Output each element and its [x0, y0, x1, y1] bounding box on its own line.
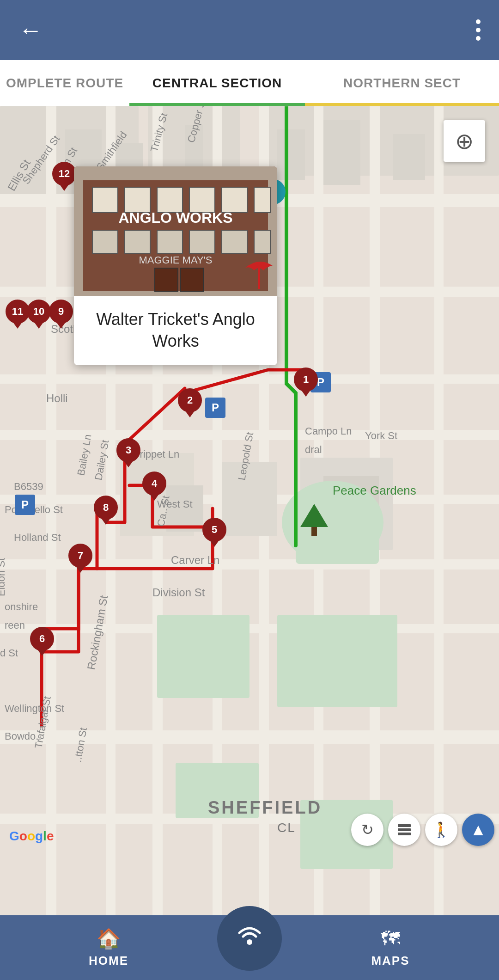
svg-text:reen: reen	[5, 619, 25, 631]
svg-rect-79	[157, 187, 183, 213]
svg-rect-34	[157, 615, 250, 698]
map-marker-11[interactable]: 11	[6, 300, 30, 324]
marker-circle-8: 8	[94, 496, 118, 520]
map-marker-5[interactable]: 5	[202, 518, 226, 542]
location-button[interactable]: ⊕	[444, 120, 485, 162]
home-label: HOME	[89, 954, 128, 968]
marker-circle-12: 12	[52, 162, 76, 186]
svg-rect-26	[393, 134, 425, 180]
svg-text:Holland St: Holland St	[14, 532, 61, 543]
map-marker-9[interactable]: 9	[49, 300, 73, 324]
svg-text:d St: d St	[0, 647, 18, 659]
tab-central-section[interactable]: CENTRAL SECTION	[129, 60, 305, 106]
back-button[interactable]: ←	[18, 18, 43, 42]
marker-circle-6: 6	[30, 627, 54, 651]
marker-circle-3: 3	[116, 438, 140, 462]
svg-rect-29	[222, 462, 277, 536]
svg-rect-95	[398, 828, 411, 831]
maps-icon: 🗺	[381, 928, 400, 950]
walk-button[interactable]: 🚶	[425, 814, 457, 846]
popup-title: Walter Tricket's Anglo Works	[74, 296, 277, 365]
map-marker-7[interactable]: 7	[68, 544, 92, 568]
svg-text:Division St: Division St	[152, 586, 205, 599]
map-marker-12[interactable]: 12	[52, 162, 76, 186]
svg-text:dral: dral	[305, 444, 322, 455]
svg-rect-88	[222, 230, 247, 253]
svg-rect-78	[125, 187, 150, 213]
map-area[interactable]: Ellis St Shepherd St Allen St Smithfield…	[0, 106, 499, 915]
svg-text:Holli: Holli	[46, 392, 68, 404]
svg-rect-93	[258, 266, 260, 289]
svg-text:Bowdo..: Bowdo..	[5, 730, 42, 742]
popup-image: ANGLO WORKS MAGGIE MAY'S	[74, 166, 277, 296]
svg-rect-86	[157, 230, 183, 253]
popup-card[interactable]: ANGLO WORKS MAGGIE MAY'S Walter Tricket'…	[74, 166, 277, 365]
map-marker-10[interactable]: 10	[27, 300, 51, 324]
more-options-button[interactable]	[476, 19, 481, 41]
map-marker-6[interactable]: 6	[30, 627, 54, 651]
peace-gardens-marker[interactable]	[300, 504, 328, 536]
bottom-nav: 🏠 HOME 🗺 MAPS	[0, 915, 499, 980]
svg-text:Campo Ln: Campo Ln	[305, 425, 352, 437]
map-marker-3[interactable]: 3	[116, 438, 140, 462]
layers-button[interactable]	[388, 814, 420, 846]
marker-circle-1: 1	[294, 368, 318, 392]
center-nav-button[interactable]	[217, 906, 282, 971]
svg-text:Trippet Ln: Trippet Ln	[134, 448, 179, 460]
svg-rect-77	[92, 187, 118, 213]
tab-complete-route[interactable]: OMPLETE ROUTE	[0, 60, 129, 106]
svg-text:onshire: onshire	[5, 601, 38, 612]
map-controls: ↻ 🚶 ▲	[351, 814, 499, 846]
svg-rect-24	[277, 129, 305, 180]
wifi-icon	[236, 922, 263, 956]
svg-rect-91	[155, 268, 178, 291]
svg-text:Peace Gardens: Peace Gardens	[333, 484, 416, 497]
svg-rect-94	[398, 824, 411, 827]
refresh-button[interactable]: ↻	[351, 814, 383, 846]
marker-circle-5: 5	[202, 518, 226, 542]
svg-text:B6539: B6539	[14, 481, 43, 492]
svg-rect-87	[189, 230, 215, 253]
tab-bar: OMPLETE ROUTE CENTRAL SECTION NORTHERN S…	[0, 60, 499, 106]
svg-text:Eldon St: Eldon St	[0, 558, 7, 596]
svg-rect-25	[323, 120, 360, 185]
maps-label: MAPS	[371, 954, 409, 968]
svg-text:Carver Ln: Carver Ln	[171, 554, 219, 566]
svg-rect-80	[189, 187, 215, 213]
svg-rect-84	[92, 230, 118, 253]
marker-circle-7: 7	[68, 544, 92, 568]
home-icon: 🏠	[97, 927, 121, 950]
svg-text:Wellington St: Wellington St	[5, 703, 64, 714]
svg-text:York St: York St	[365, 430, 397, 441]
blue-marker-2[interactable]: P	[205, 398, 225, 418]
svg-text:CL: CL	[277, 821, 296, 835]
map-marker-8[interactable]: 8	[94, 496, 118, 520]
marker-circle-4: 4	[142, 472, 166, 496]
maps-nav-item[interactable]: 🗺 MAPS	[282, 928, 499, 968]
svg-rect-85	[125, 230, 150, 253]
blue-marker-3[interactable]: P	[15, 495, 35, 515]
marker-circle-9: 9	[49, 300, 73, 324]
google-logo: Google	[9, 829, 54, 844]
top-bar: ←	[0, 0, 499, 60]
svg-point-97	[247, 939, 252, 945]
marker-circle-10: 10	[27, 300, 51, 324]
svg-rect-81	[222, 187, 247, 213]
svg-text:SHEFFIELD: SHEFFIELD	[208, 798, 322, 817]
svg-text:MAGGIE MAY'S: MAGGIE MAY'S	[139, 254, 212, 266]
svg-text:ANGLO WORKS: ANGLO WORKS	[118, 209, 232, 226]
svg-rect-96	[398, 833, 411, 835]
svg-rect-92	[180, 268, 203, 291]
crosshair-icon: ⊕	[455, 128, 474, 154]
svg-rect-35	[277, 615, 397, 707]
home-nav-item[interactable]: 🏠 HOME	[0, 927, 217, 968]
svg-rect-89	[254, 230, 270, 253]
svg-rect-82	[254, 187, 270, 213]
map-marker-1[interactable]: 1	[294, 368, 318, 392]
marker-circle-11: 11	[6, 300, 30, 324]
map-marker-2[interactable]: 2	[178, 388, 202, 412]
map-marker-4[interactable]: 4	[142, 472, 166, 496]
tab-northern-section[interactable]: NORTHERN SECT	[305, 60, 499, 106]
marker-circle-2: 2	[178, 388, 202, 412]
navigate-button[interactable]: ▲	[462, 814, 494, 846]
